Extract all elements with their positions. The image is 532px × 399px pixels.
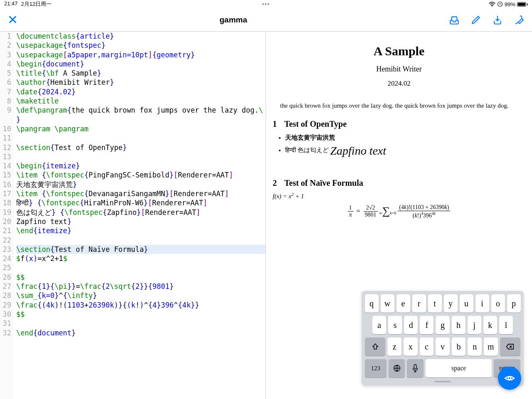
- close-button[interactable]: ✕: [7, 13, 18, 27]
- preview-title: A Sample: [273, 44, 525, 58]
- build-icon[interactable]: [514, 15, 525, 25]
- key-d[interactable]: d: [404, 316, 418, 334]
- section-title: Test of OpenType: [284, 119, 347, 129]
- line-number-gutter: 123456789 101112131415161718192021222324…: [0, 32, 14, 399]
- battery-percent: 99%: [505, 1, 515, 7]
- list-item: 天地玄黄宇宙洪荒: [285, 134, 525, 142]
- key-w[interactable]: w: [381, 294, 394, 313]
- key-o[interactable]: o: [491, 294, 505, 313]
- app-toolbar: ✕ gamma: [0, 8, 532, 32]
- key-c[interactable]: c: [420, 337, 434, 356]
- key-k[interactable]: k: [483, 316, 497, 334]
- list-item: हिन्दी 色は匂えど Zapfino text: [285, 144, 525, 158]
- code-area[interactable]: \documentclass{article}\usepackage{fonts…: [14, 32, 266, 399]
- inbox-icon[interactable]: [449, 15, 460, 25]
- key-y[interactable]: y: [444, 294, 458, 313]
- status-date: 2月12日周一: [21, 0, 52, 8]
- key-i[interactable]: i: [475, 294, 489, 313]
- preview-toggle-fab[interactable]: [498, 367, 521, 390]
- display-formula: 1π = 2√29801 ∞∑k=0 (4k)!(1103 + 26390k)(…: [273, 204, 525, 219]
- multitask-dots-icon[interactable]: •••: [262, 0, 270, 7]
- key-m[interactable]: m: [484, 337, 498, 356]
- key-f[interactable]: f: [420, 316, 433, 334]
- status-time: 21:47: [4, 0, 18, 8]
- key-x[interactable]: x: [404, 337, 418, 356]
- status-bar: 21:47 2月12日周一 ••• 99%: [0, 0, 532, 8]
- svg-rect-3: [414, 365, 416, 369]
- space-key[interactable]: space: [426, 359, 492, 377]
- key-q[interactable]: q: [365, 294, 379, 313]
- section-title: Test of Naïve Formula: [284, 178, 363, 188]
- key-a[interactable]: a: [372, 316, 386, 334]
- dictation-key[interactable]: [407, 359, 424, 377]
- preview-author: Hemibit Writer: [273, 65, 525, 74]
- preview-list: 天地玄黄宇宙洪荒 हिन्दी 色は匂えど Zapfino text: [285, 134, 525, 158]
- key-l[interactable]: l: [499, 316, 513, 334]
- keyboard-drag-handle[interactable]: [434, 381, 451, 382]
- key-e[interactable]: e: [397, 294, 410, 313]
- svg-point-0: [492, 6, 493, 7]
- key-h[interactable]: h: [452, 316, 466, 334]
- shift-key[interactable]: [365, 337, 385, 356]
- document-title: gamma: [219, 15, 247, 25]
- preview-paragraph: the quick brown fox jumps over the lazy …: [273, 102, 525, 110]
- inline-formula: f(x) = x2 + 1: [273, 192, 525, 200]
- numbers-key[interactable]: 123: [365, 359, 387, 377]
- key-g[interactable]: g: [436, 316, 449, 334]
- rotation-lock-icon: [497, 1, 503, 7]
- wifi-icon: [489, 2, 495, 7]
- key-p[interactable]: p: [507, 294, 521, 313]
- backspace-key[interactable]: [500, 337, 520, 356]
- battery-icon: [517, 2, 528, 7]
- preview-date: 2024.02: [273, 79, 525, 88]
- key-t[interactable]: t: [428, 294, 442, 313]
- key-v[interactable]: v: [436, 337, 450, 356]
- edit-icon[interactable]: [470, 15, 481, 25]
- key-r[interactable]: r: [412, 294, 426, 313]
- download-icon[interactable]: [492, 15, 503, 25]
- globe-key[interactable]: [389, 359, 405, 377]
- pdf-preview[interactable]: A Sample Hemibit Writer 2024.02 the quic…: [266, 32, 532, 399]
- key-s[interactable]: s: [388, 316, 402, 334]
- section-number: 2: [273, 178, 277, 188]
- svg-point-4: [508, 377, 511, 380]
- key-u[interactable]: u: [460, 294, 473, 313]
- key-b[interactable]: b: [452, 337, 466, 356]
- key-n[interactable]: n: [468, 337, 482, 356]
- section-number: 1: [273, 119, 277, 129]
- key-j[interactable]: j: [468, 316, 481, 334]
- source-editor[interactable]: 123456789 101112131415161718192021222324…: [0, 32, 266, 399]
- key-z[interactable]: z: [387, 337, 401, 356]
